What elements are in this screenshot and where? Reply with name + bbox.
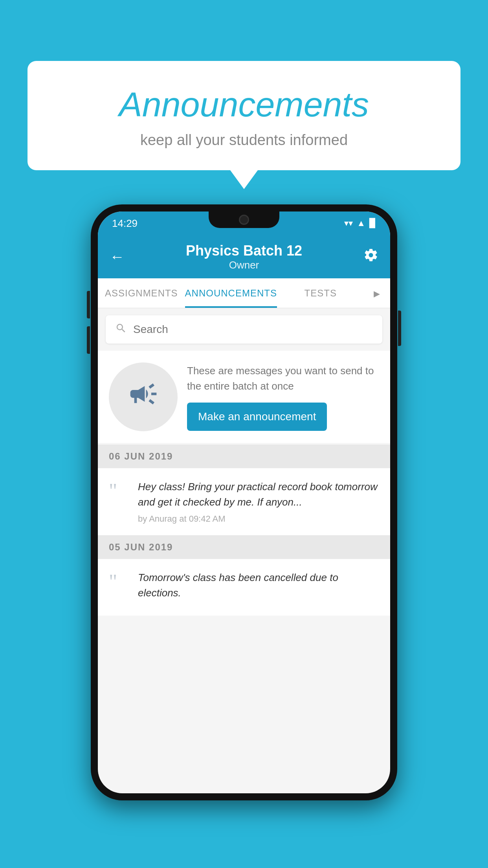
search-icon [115, 322, 127, 337]
settings-button[interactable] [363, 248, 378, 266]
volume-up-button [87, 291, 90, 318]
screen-content: These are messages you want to send to t… [98, 308, 390, 616]
phone-wrapper: 14:29 ▾▾ ▲ ▉ ← Physics Batch 12 Owner [91, 204, 397, 800]
batch-role: Owner [186, 259, 302, 271]
app-bar: ← Physics Batch 12 Owner [98, 235, 390, 278]
status-icons: ▾▾ ▲ ▉ [344, 218, 376, 228]
search-bar[interactable] [106, 315, 382, 344]
date-separator-1: 06 JUN 2019 [98, 445, 390, 468]
speech-bubble-wrapper: Announcements keep all your students inf… [28, 61, 460, 170]
signal-icon: ▲ [357, 218, 365, 228]
announcement-content-2: Tomorrow's class has been cancelled due … [138, 570, 379, 605]
promo-description: These are messages you want to send to t… [187, 363, 379, 394]
phone-frame: 14:29 ▾▾ ▲ ▉ ← Physics Batch 12 Owner [91, 204, 397, 800]
wifi-icon: ▾▾ [344, 218, 353, 228]
phone-screen: 14:29 ▾▾ ▲ ▉ ← Physics Batch 12 Owner [98, 211, 390, 793]
batch-name: Physics Batch 12 [186, 243, 302, 259]
speech-bubble: Announcements keep all your students inf… [28, 61, 460, 170]
app-bar-title-section: Physics Batch 12 Owner [186, 243, 302, 271]
announcement-content-1: Hey class! Bring your practical record b… [138, 479, 379, 524]
announcements-subtitle: keep all your students informed [47, 132, 441, 149]
tab-announcements[interactable]: ANNOUNCEMENTS [185, 278, 277, 308]
search-input[interactable] [133, 323, 373, 336]
announcement-meta-1: by Anurag at 09:42 AM [138, 514, 379, 524]
quote-icon-1: " [109, 481, 129, 501]
announcement-item-1[interactable]: " Hey class! Bring your practical record… [98, 468, 390, 535]
back-button[interactable]: ← [110, 248, 125, 265]
announcement-item-2[interactable]: " Tomorrow's class has been cancelled du… [98, 559, 390, 616]
make-announcement-button[interactable]: Make an announcement [187, 403, 327, 431]
announcement-text-2: Tomorrow's class has been cancelled due … [138, 570, 379, 601]
tab-more[interactable]: ▸ [364, 278, 390, 308]
phone-camera [239, 215, 249, 225]
tab-tests[interactable]: TESTS [277, 278, 364, 308]
battery-icon: ▉ [369, 218, 376, 228]
promo-text-section: These are messages you want to send to t… [187, 363, 379, 431]
promo-icon-circle [109, 362, 178, 431]
tabs-bar: ASSIGNMENTS ANNOUNCEMENTS TESTS ▸ [98, 278, 390, 308]
quote-icon-2: " [109, 572, 129, 592]
megaphone-icon [128, 378, 159, 416]
date-separator-2: 05 JUN 2019 [98, 535, 390, 559]
tab-assignments[interactable]: ASSIGNMENTS [98, 278, 185, 308]
announcement-text-1: Hey class! Bring your practical record b… [138, 479, 379, 510]
announcements-title: Announcements [47, 85, 441, 125]
power-button [398, 311, 401, 346]
volume-down-button [87, 326, 90, 354]
status-time: 14:29 [112, 217, 138, 230]
promo-card: These are messages you want to send to t… [98, 351, 390, 443]
